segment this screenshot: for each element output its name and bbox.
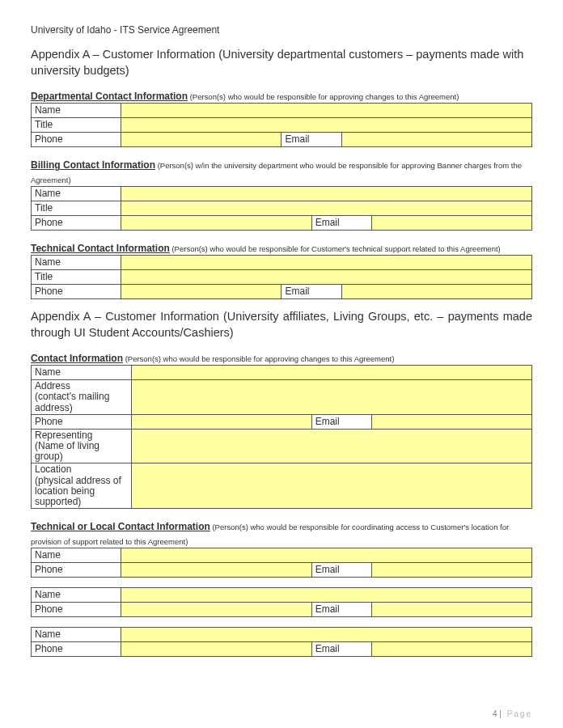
billing-name-label: Name <box>32 187 121 201</box>
tl1-phone-label: Phone <box>32 563 121 578</box>
contact-address-field[interactable] <box>131 380 531 415</box>
page-label: Page <box>507 709 532 718</box>
page-footer: 4 | Page <box>493 709 532 718</box>
dept-phone-label: Phone <box>32 133 121 147</box>
document-header: University of Idaho - ITS Service Agreem… <box>31 24 532 36</box>
tl2-phone-field[interactable] <box>121 603 311 617</box>
tl1-email-field[interactable] <box>371 563 531 578</box>
contact-rep-label: Representing(Name of living group) <box>32 429 132 463</box>
tl2-email-label: Email <box>311 603 371 617</box>
tl3-email-field[interactable] <box>371 642 531 657</box>
billing-title-field[interactable] <box>121 201 532 216</box>
techlocal-table-2: Name PhoneEmail <box>31 587 532 617</box>
dept-title-label: Title <box>32 118 121 133</box>
dept-phone-field[interactable] <box>121 133 282 147</box>
contact-loc-field[interactable] <box>131 463 531 509</box>
billing-email-label: Email <box>311 216 371 231</box>
contact-email-field[interactable] <box>371 414 531 429</box>
appendix-a-title-2: Appendix A – Customer Information (Unive… <box>31 309 532 341</box>
billing-heading-label: Billing Contact Information <box>31 159 155 171</box>
tech-name-label: Name <box>32 256 121 270</box>
billing-email-field[interactable] <box>371 216 531 231</box>
techlocal-heading: Technical or Local Contact Information (… <box>31 518 532 548</box>
contact-name-field[interactable] <box>131 366 531 380</box>
contact-loc-label: Location(physical address of location be… <box>32 463 132 509</box>
tl1-phone-field[interactable] <box>121 563 311 578</box>
dept-name-label: Name <box>32 104 121 118</box>
tl3-name-field[interactable] <box>121 628 532 642</box>
tech-phone-field[interactable] <box>121 285 282 299</box>
billing-title-label: Title <box>32 201 121 216</box>
techlocal-table-3: Name PhoneEmail <box>31 627 532 657</box>
tech-title-field[interactable] <box>121 270 532 285</box>
dept-title-field[interactable] <box>121 118 532 133</box>
tl3-email-label: Email <box>311 642 371 657</box>
billing-phone-label: Phone <box>32 216 121 231</box>
contact-name-label: Name <box>32 366 132 380</box>
tl3-name-label: Name <box>32 628 121 642</box>
contact-email-label: Email <box>311 414 371 429</box>
dept-heading-label: Departmental Contact Information <box>31 91 188 102</box>
contact-phone-label: Phone <box>32 414 132 429</box>
page-number: 4 <box>493 709 497 718</box>
dept-name-field[interactable] <box>121 104 532 118</box>
contact-phone-field[interactable] <box>131 414 311 429</box>
contact-heading-label: Contact Information <box>31 353 123 364</box>
tech-email-field[interactable] <box>341 285 531 299</box>
appendix-a-title-1: Appendix A – Customer Information (Unive… <box>31 47 532 78</box>
billing-phone-field[interactable] <box>121 216 311 231</box>
tech-heading-label: Technical Contact Information <box>31 243 170 254</box>
tech-title-label: Title <box>32 270 121 285</box>
dept-table: Name Title PhoneEmail <box>31 103 532 147</box>
tl1-name-label: Name <box>32 548 121 563</box>
billing-table: Name Title PhoneEmail <box>31 186 532 231</box>
tl1-email-label: Email <box>311 563 371 578</box>
dept-heading: Departmental Contact Information (Person… <box>31 88 532 103</box>
contact-heading: Contact Information (Person(s) who would… <box>31 350 532 365</box>
tech-name-field[interactable] <box>121 256 532 270</box>
tl3-phone-field[interactable] <box>121 642 311 657</box>
contact-table: Name Address(contact's mailing address) … <box>31 365 532 509</box>
tech-email-label: Email <box>282 285 341 299</box>
tech-heading: Technical Contact Information (Person(s)… <box>31 240 532 255</box>
tech-phone-label: Phone <box>32 285 121 299</box>
tl2-email-field[interactable] <box>371 603 531 617</box>
contact-heading-note: (Person(s) who would be responsible for … <box>123 354 394 363</box>
tech-table: Name Title PhoneEmail <box>31 255 532 299</box>
dept-heading-note: (Person(s) who would be responsible for … <box>188 92 459 101</box>
billing-heading: Billing Contact Information (Person(s) w… <box>31 157 532 186</box>
dept-email-field[interactable] <box>341 133 531 147</box>
techlocal-table-1: Name PhoneEmail <box>31 548 532 578</box>
tl2-phone-label: Phone <box>32 603 121 617</box>
techlocal-heading-label: Technical or Local Contact Information <box>31 521 210 532</box>
tl1-name-field[interactable] <box>121 548 532 563</box>
billing-name-field[interactable] <box>121 187 532 201</box>
contact-rep-field[interactable] <box>131 429 531 463</box>
tech-heading-note: (Person(s) who would be responsible for … <box>170 244 501 253</box>
dept-email-label: Email <box>282 133 341 147</box>
tl2-name-field[interactable] <box>121 588 532 603</box>
tl3-phone-label: Phone <box>32 642 121 657</box>
contact-address-label: Address(contact's mailing address) <box>32 380 132 415</box>
tl2-name-label: Name <box>32 588 121 603</box>
